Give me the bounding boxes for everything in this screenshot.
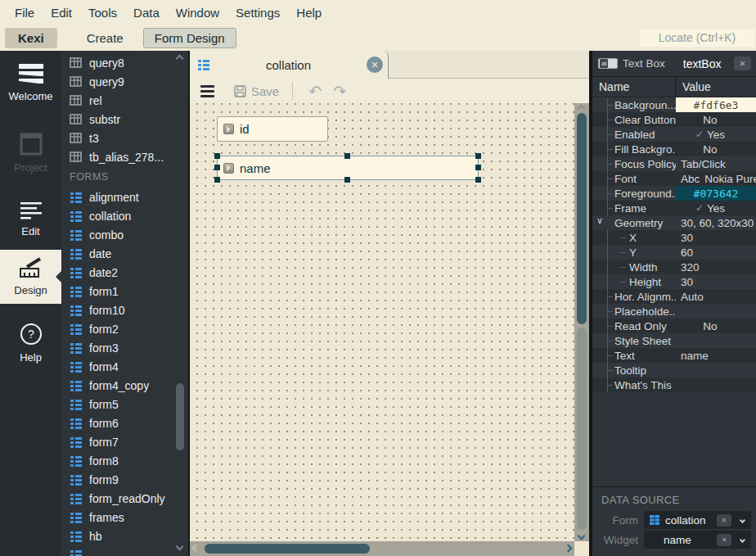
navigator-item[interactable]: form5 bbox=[61, 395, 188, 414]
close-icon[interactable]: ✕ bbox=[367, 57, 383, 73]
property-row[interactable]: ∨Font ✓AbcNokia Pure Text bbox=[592, 171, 756, 186]
vertical-scrollbar[interactable] bbox=[574, 103, 589, 541]
column-header-name[interactable]: Name bbox=[592, 77, 676, 97]
property-value[interactable]: ✓Abc60 bbox=[676, 245, 756, 260]
resize-handle[interactable] bbox=[475, 177, 481, 183]
navigator-item[interactable]: form2 bbox=[61, 319, 188, 338]
property-value[interactable]: ✓AbcNo bbox=[676, 112, 756, 127]
property-value[interactable]: ✓Abc30, 60, 320x30 bbox=[676, 215, 756, 230]
menu-item[interactable]: Help bbox=[288, 2, 330, 24]
navigator-item[interactable]: rel bbox=[61, 91, 188, 110]
horizontal-scrollbar-thumb[interactable] bbox=[205, 544, 370, 554]
widget-name-field[interactable]: textBox bbox=[683, 57, 734, 70]
sidebar-item-edit[interactable]: Edit bbox=[0, 194, 61, 245]
clear-icon[interactable]: ✕ bbox=[717, 534, 731, 546]
property-value[interactable]: ✓Abc bbox=[676, 304, 756, 319]
resize-handle[interactable] bbox=[475, 165, 481, 170]
property-row[interactable]: ∨Geometry ✓Abc30, 60, 320x30 bbox=[592, 215, 756, 230]
resize-handle[interactable] bbox=[214, 177, 220, 183]
resize-handle[interactable] bbox=[475, 153, 481, 159]
property-value[interactable]: ✓AbcTab/Click bbox=[676, 156, 756, 171]
scroll-left-icon[interactable] bbox=[192, 545, 200, 553]
menu-item[interactable]: File bbox=[7, 2, 43, 24]
scroll-down-icon[interactable] bbox=[578, 532, 586, 540]
property-value[interactable]: ✓Abc#fdf6e3 bbox=[676, 97, 756, 112]
textbox-widget-name[interactable]: name bbox=[217, 156, 479, 180]
resize-handle[interactable] bbox=[214, 153, 220, 159]
navigator-item[interactable] bbox=[61, 545, 188, 556]
textbox-widget-id[interactable]: id bbox=[217, 116, 328, 142]
sidebar-item-design[interactable]: Design bbox=[0, 250, 61, 304]
property-value[interactable]: ✓AbcAuto bbox=[676, 289, 756, 304]
tab-form-design[interactable]: Form Design bbox=[143, 28, 236, 48]
property-row[interactable]: ∨Y ✓Abc60 bbox=[592, 245, 756, 260]
navigator-item[interactable]: collation bbox=[61, 206, 188, 225]
form-design-canvas[interactable]: id name bbox=[190, 103, 574, 541]
horizontal-scrollbar[interactable] bbox=[190, 541, 574, 556]
property-value[interactable]: ✓Abc320 bbox=[676, 260, 756, 274]
property-value[interactable]: ✓AbcYes bbox=[676, 201, 756, 215]
redo-icon[interactable]: ↷ bbox=[331, 82, 349, 101]
chevron-down-icon[interactable] bbox=[736, 518, 748, 522]
navigator-item[interactable]: tb_alias_278... bbox=[61, 147, 188, 166]
resize-handle[interactable] bbox=[214, 165, 220, 170]
vertical-scrollbar-thumb[interactable] bbox=[577, 113, 587, 324]
navigator-item[interactable]: form7 bbox=[61, 432, 188, 451]
property-row[interactable]: ∨Frame ✓AbcYes bbox=[592, 201, 756, 215]
property-value[interactable]: ✓Abc30 bbox=[676, 274, 756, 289]
column-header-value[interactable]: Value bbox=[676, 77, 711, 97]
navigator-item[interactable]: form4 bbox=[61, 357, 188, 376]
property-value[interactable]: ✓Abcname bbox=[676, 348, 756, 363]
resize-handle[interactable] bbox=[344, 177, 350, 183]
property-row[interactable]: ∨Focus Policy ✓AbcTab/Click bbox=[592, 156, 756, 171]
navigator-item[interactable]: form10 bbox=[61, 301, 188, 319]
widget-combo[interactable]: name ✕ bbox=[644, 531, 751, 549]
property-row[interactable]: ∨Read Only ✓AbcNo bbox=[592, 319, 756, 333]
property-row[interactable]: ∨Style Sheet ✓Abc bbox=[592, 333, 756, 348]
vertical-scrollbar-track[interactable] bbox=[577, 328, 587, 530]
property-value[interactable]: ✓Abc bbox=[676, 333, 756, 348]
navigator-item[interactable]: form_readOnly bbox=[61, 489, 188, 508]
scroll-up-icon[interactable] bbox=[578, 105, 586, 113]
navigator-item[interactable]: form4_copy bbox=[61, 376, 188, 395]
tab-kexi[interactable]: Kexi bbox=[5, 28, 57, 48]
property-row[interactable]: ∨Text ✓Abcname bbox=[592, 348, 756, 363]
scroll-down-icon[interactable] bbox=[176, 543, 184, 551]
property-row[interactable]: ∨Fill Backgro... ✓AbcNo bbox=[592, 142, 756, 156]
navigator-item[interactable]: query9 bbox=[61, 72, 188, 91]
navigator-item[interactable]: hb bbox=[61, 527, 188, 545]
navigator-item[interactable]: frames bbox=[61, 508, 188, 527]
navigator-item[interactable]: substr bbox=[61, 110, 188, 129]
navigator-scrollbar-thumb[interactable] bbox=[176, 383, 184, 450]
menu-item[interactable]: Window bbox=[168, 2, 227, 24]
navigator-item[interactable]: form1 bbox=[61, 282, 188, 301]
property-value[interactable]: ✓AbcYes bbox=[676, 127, 756, 142]
property-value[interactable]: ✓Abc bbox=[676, 363, 756, 377]
chevron-down-icon[interactable] bbox=[736, 538, 748, 542]
property-row[interactable]: ∨Tooltip ✓Abc bbox=[592, 363, 756, 377]
property-row[interactable]: ∨Height ✓Abc30 bbox=[592, 274, 756, 289]
expand-arrow-icon[interactable]: ∨ bbox=[596, 215, 603, 226]
property-value[interactable]: ✓Abc30 bbox=[676, 230, 756, 245]
navigator-item[interactable]: date2 bbox=[61, 263, 188, 282]
property-row[interactable]: ∨X ✓Abc30 bbox=[592, 230, 756, 245]
property-row[interactable]: ∨Hor. Alignm... ✓AbcAuto bbox=[592, 289, 756, 304]
tab-create[interactable]: Create bbox=[74, 28, 137, 48]
property-value[interactable]: ✓Abc#073642 bbox=[676, 186, 756, 201]
property-value[interactable]: ✓AbcNokia Pure Text bbox=[676, 171, 756, 186]
navigator-item[interactable]: form6 bbox=[61, 414, 188, 432]
navigator-item[interactable]: query8 bbox=[61, 53, 188, 72]
menu-item[interactable]: Data bbox=[125, 2, 168, 24]
menu-item[interactable]: Edit bbox=[43, 2, 80, 24]
navigator-item[interactable]: t3 bbox=[61, 129, 188, 147]
menu-icon[interactable] bbox=[200, 84, 214, 99]
navigator-item[interactable]: alignment bbox=[61, 188, 188, 206]
navigator-item[interactable]: form9 bbox=[61, 470, 188, 489]
resize-handle[interactable] bbox=[344, 153, 350, 159]
property-row[interactable]: ∨Foreground... ✓Abc#073642 bbox=[592, 186, 756, 201]
navigator-item[interactable]: form3 bbox=[61, 338, 188, 357]
menu-item[interactable]: Tools bbox=[80, 2, 125, 24]
navigator-item[interactable]: date bbox=[61, 244, 188, 263]
property-row[interactable]: ∨Enabled ✓AbcYes bbox=[592, 127, 756, 142]
property-value[interactable]: ✓AbcNo bbox=[676, 319, 756, 333]
